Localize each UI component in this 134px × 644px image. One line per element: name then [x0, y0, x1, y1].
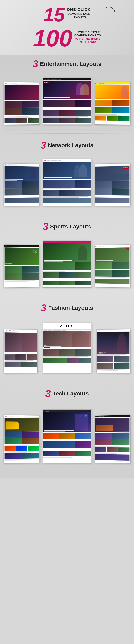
hero-100-line1: LAYOUT & STYLE: [74, 30, 101, 34]
hero-text-100: LAYOUT & STYLE COMBINATIONS TO MAKE THE …: [74, 26, 101, 44]
sports-heading: 3 Sports Layouts: [3, 222, 131, 232]
hero-line1: ONE-CLICK: [67, 8, 91, 12]
entertainment-heading: 3 Entertainment Layouts: [3, 59, 131, 69]
tech-section: 3 Tech Layouts ZOX: [0, 384, 134, 470]
sports-label: Sports Layouts: [50, 223, 91, 230]
network-section: 3 Network Layouts ZOX: [0, 136, 134, 212]
network-number: 3: [40, 140, 46, 150]
entertainment-reflection: [4, 124, 130, 131]
hero-bottom: 100 LAYOUT & STYLE COMBINATIONS TO MAKE …: [9, 26, 125, 50]
network-screen-right: ZOX BREAKING: [94, 163, 130, 206]
network-screen-left: ZOX: [4, 163, 40, 206]
hero-number-100: 100: [33, 26, 72, 50]
tech-screen-right: ZOX: [94, 415, 130, 463]
fashion-section: 3 Fashion Layouts ZOXPRESS.: [0, 298, 134, 380]
sports-number: 3: [43, 222, 48, 232]
fashion-screen-right: ZOX KEEPING UP WITH CHARLIZE: [97, 329, 130, 373]
divider-4: [4, 382, 130, 382]
divider-3: [4, 296, 130, 296]
hero-100-line4: YOUR OWN!: [74, 40, 101, 44]
page-wrapper: 15 ONE-CLICK DEMO INSTALL LAYOUTS 100 LA…: [0, 0, 134, 478]
entertainment-section: 3 Entertainment Layouts ZOX: [0, 54, 134, 131]
sports-screen-center: ZOX: [43, 240, 92, 287]
arrow-icon: [105, 6, 117, 14]
entertainment-screen-left: ZOX: [4, 82, 40, 125]
network-label: Network Layouts: [48, 142, 94, 149]
hero-100-line2: COMBINATIONS TO: [74, 34, 101, 37]
fashion-screen-left: ZOXPRESS.: [4, 329, 37, 373]
network-heading: 3 Network Layouts: [3, 140, 131, 150]
network-screenshots: ZOX: [4, 154, 130, 206]
hero-number-15: 15: [43, 5, 65, 24]
fashion-screen-center: Z.OX BEAUTY: [43, 323, 92, 373]
divider-1: [4, 134, 130, 134]
entertainment-screenshots: ZOX: [4, 72, 130, 125]
hero-top: 15 ONE-CLICK DEMO INSTALL LAYOUTS: [9, 5, 125, 24]
tech-number: 3: [45, 388, 51, 398]
network-screen-center: ZOX: [43, 159, 92, 206]
fashion-number: 3: [41, 303, 47, 313]
sports-screen-left: ZOX LATEST NEWS 72: [4, 244, 40, 288]
hero-100-line3: MAKE THE THEME: [74, 37, 101, 40]
bottom-padding: [0, 470, 134, 478]
fashion-screenshots: ZOXPRESS.: [4, 316, 130, 373]
divider-2: [4, 215, 130, 215]
tech-label: Tech Layouts: [53, 390, 89, 397]
sports-section: 3 Sports Layouts ZOX LATEST NEWS 72: [0, 217, 134, 294]
tech-heading: 3 Tech Layouts: [3, 388, 131, 398]
hero-text-15: ONE-CLICK DEMO INSTALL LAYOUTS: [67, 5, 91, 19]
hero-line3: LAYOUTS: [67, 16, 91, 19]
tech-screen-left: ZOX: [4, 415, 40, 463]
hero-line2: DEMO INSTALL: [67, 12, 91, 16]
entertainment-screen-center: ZOX MUSIC: [43, 78, 92, 125]
entertainment-screen-right: ZOX: [94, 82, 130, 125]
fashion-label: Fashion Layouts: [48, 304, 93, 311]
hero-section: 15 ONE-CLICK DEMO INSTALL LAYOUTS 100 LA…: [0, 0, 134, 54]
tech-screen-center: the future ◆: [43, 410, 92, 463]
sports-screen-right: ZOX LIVE: [94, 244, 130, 288]
entertainment-number: 3: [33, 59, 38, 69]
entertainment-label: Entertainment Layouts: [40, 60, 101, 67]
sports-screenshots: ZOX LATEST NEWS 72: [4, 235, 130, 287]
tech-screenshots: ZOX: [4, 402, 130, 463]
fashion-heading: 3 Fashion Layouts: [3, 303, 131, 313]
